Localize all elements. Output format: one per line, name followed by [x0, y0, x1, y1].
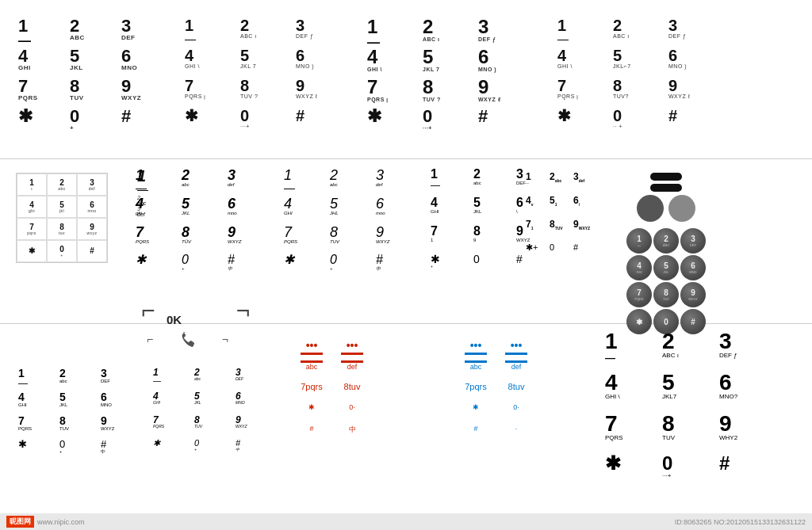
- phone-key-8[interactable]: 8TUV: [653, 282, 679, 307]
- phone-key-3[interactable]: 3DEF: [680, 228, 706, 254]
- phone-key-9[interactable]: 9WXYZ: [680, 282, 706, 307]
- red-row2-2: def: [332, 360, 372, 381]
- key-hash: #: [476, 106, 531, 136]
- key-7: 7 PQRS: [603, 411, 660, 452]
- keypad-blue: ••• ••• abc def 7pqrs 8tuv ✱ 0· #: [456, 339, 536, 445]
- key-star: ✱: [182, 106, 238, 136]
- circle-button-1[interactable]: [637, 195, 664, 222]
- key-9: 9WXYZ ℓ: [293, 76, 349, 106]
- key-star: ✱: [17, 240, 47, 262]
- blue-row5-2: ·: [496, 425, 536, 445]
- key-5: 5JKL 7: [420, 46, 476, 76]
- key-5: 5JKL 7: [238, 46, 293, 76]
- key-5: 5JKL: [57, 390, 98, 414]
- phone-key-7[interactable]: 7PQRS: [626, 282, 652, 307]
- key-0: 0: [547, 242, 571, 265]
- key-3: 3def: [571, 170, 595, 194]
- keypad-section-1: 1— 2ABC 3DEF 4GHI 5JKL 6MNO 7PQRS 8TUV 9…: [16, 16, 170, 136]
- key-4: 4GHI: [16, 46, 67, 76]
- keypad-section-6-v2: 1— 2abc 3def 4ghi 5JKL 6mno 7PQRS 8TÜV 9…: [133, 166, 271, 280]
- key-0: 0 ···+: [660, 452, 717, 494]
- keypad-bottom-left: 1— 2abc 3DEF 4GHI 5JKL 6MNO 7PQRS 8TUV 9…: [16, 366, 140, 461]
- key-3: 3DEF ƒ: [293, 16, 349, 46]
- phone-key-1[interactable]: 1—: [626, 228, 652, 254]
- key-6: 6MNO: [119, 46, 170, 76]
- key-8: 8TUV?: [611, 76, 666, 106]
- bracket-right: ⌐: [236, 297, 251, 324]
- watermark-area: 昵图网 www.nipic.com: [6, 516, 85, 528]
- bracket-bottom-right: ⌐: [222, 333, 228, 345]
- phone-button-area: 1— 2ABC 3DEF 4GHI 5JKL 6MNO 7PQRS 8TUV 9…: [626, 173, 706, 334]
- footer-id: ID:8063265 NO:20120515133132631122: [675, 518, 806, 526]
- phone-key-6[interactable]: 6MNO: [680, 255, 706, 280]
- key-8: 8TUV: [547, 218, 571, 242]
- phone-key-4[interactable]: 4GHI: [626, 255, 652, 280]
- key-1: 1—: [16, 366, 57, 390]
- key-star: ✱: [16, 106, 67, 136]
- key-8: 8tuv: [47, 218, 77, 240]
- key-star: ✱: [133, 252, 179, 280]
- watermark-site: www.nipic.com: [37, 518, 85, 526]
- blue-row2-2: def: [496, 360, 536, 381]
- blue-dots-2: •••: [496, 339, 536, 360]
- key-9: 9WXYZ: [373, 223, 419, 252]
- key-4: 4GHI \: [555, 46, 611, 76]
- key-8: 8TUV: [67, 76, 119, 106]
- key-0: 0+: [179, 252, 225, 280]
- key-8: 8TUV ?: [238, 76, 293, 106]
- key-star: ✱: [282, 252, 327, 280]
- key-4: 4GHI \: [365, 46, 420, 76]
- key-8: 8TUV: [192, 414, 233, 437]
- circle-button-2[interactable]: [668, 195, 695, 222]
- red-row4-2: 0·: [332, 403, 372, 424]
- blue-row3-1: 7pqrs: [456, 382, 496, 402]
- key-2: 2 ABC ı: [660, 329, 717, 370]
- key-7: 7PQRS: [151, 414, 192, 437]
- key-7: 7PQRS ꞁ: [555, 76, 611, 106]
- key-7: 7PQRS: [282, 223, 327, 252]
- key-5: 5JKL: [179, 195, 225, 223]
- bracket-bottom-left: ⌐: [147, 333, 153, 345]
- key-1: 1—: [16, 16, 67, 46]
- red-row3-2: 8tuv: [332, 382, 372, 402]
- red-row2-1: abc: [292, 360, 331, 381]
- keypad-red: ••• ••• abc def 7pqrs 8tuv ✱ 0· #: [292, 339, 372, 445]
- key-3: 3 DEF ƒ: [717, 329, 774, 370]
- key-9: 9WXYZ ℓ: [666, 76, 722, 106]
- key-1: 1—: [428, 166, 471, 195]
- phone-key-5[interactable]: 5JKL: [653, 255, 679, 280]
- key-3: 3DEF: [233, 366, 274, 390]
- key-9: 9wxyz: [77, 218, 107, 240]
- key-hash: #: [666, 106, 722, 136]
- key-hash: #中: [98, 437, 140, 461]
- key-2: 2ABC: [67, 16, 119, 46]
- key-4: 4GHI: [151, 390, 192, 414]
- key-4: 4GHI \: [182, 46, 238, 76]
- key-6: 6mno: [373, 195, 419, 223]
- key-hash: #: [77, 240, 107, 262]
- key-star: ✱: [603, 452, 660, 494]
- key-3: 3def: [373, 166, 419, 195]
- main-container: 1— 2ABC 3DEF 4GHI 5JKL 6MNO 7PQRS 8TUV 9…: [0, 0, 812, 513]
- phone-key-2[interactable]: 2ABC: [653, 228, 679, 254]
- keypad-bottom-center: 1— 2abc 3DEF 4GHI 5JKL 6MNO 7PQRS 8TUV 9…: [151, 366, 274, 461]
- key-3: 3DEF: [98, 366, 140, 390]
- key-8: 8TÜV: [179, 223, 225, 252]
- key-2: 2abc: [179, 166, 225, 195]
- red-row4-1: ✱: [292, 403, 331, 424]
- key-hash: #: [119, 106, 170, 136]
- key-5: 5JKL: [471, 195, 514, 223]
- key-star: ✱: [151, 437, 192, 461]
- key-6: 6MNO ): [666, 46, 722, 76]
- oval-button-1: [650, 173, 682, 181]
- key-9: 9WXYZ: [233, 414, 274, 437]
- key-7: 7PQRS ꞁ: [365, 76, 420, 106]
- key-3: 3DEF: [119, 16, 170, 46]
- key-0: 0+: [67, 106, 119, 136]
- blue-dots-1: •••: [456, 339, 496, 360]
- key-2: 2abc: [192, 366, 233, 390]
- key-6: 6MNO ): [476, 46, 531, 76]
- red-row3-1: 7pqrs: [292, 382, 331, 402]
- key-5: 5JHL: [327, 195, 373, 223]
- key-1: 1—: [523, 170, 547, 194]
